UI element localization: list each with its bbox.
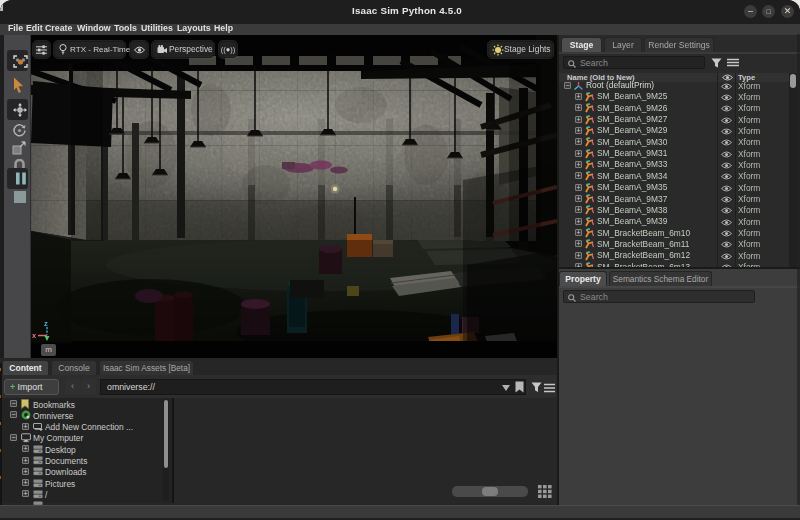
svg-text:z: z bbox=[44, 319, 48, 328]
svg-text:x: x bbox=[32, 331, 37, 340]
